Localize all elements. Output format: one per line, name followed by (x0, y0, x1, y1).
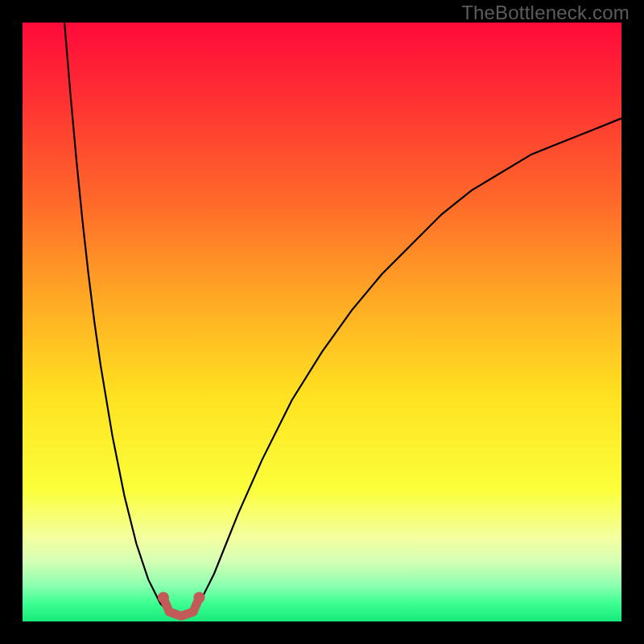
plot-area (23, 23, 621, 621)
outer-frame: TheBottleneck.com (0, 0, 644, 644)
chart-svg (23, 23, 621, 621)
marker-dot-0 (158, 592, 169, 603)
watermark-text: TheBottleneck.com (461, 2, 630, 24)
marker-dot-1 (193, 592, 204, 603)
gradient-background (23, 23, 621, 621)
